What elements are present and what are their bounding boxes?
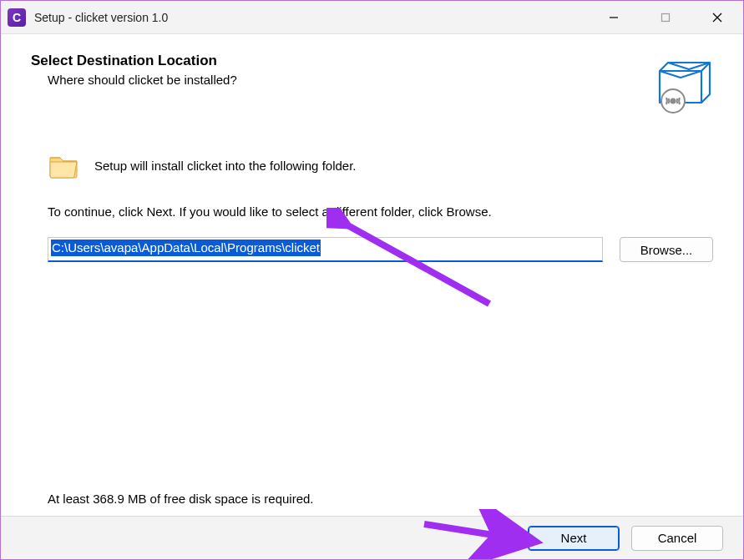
folder-icon [48, 149, 79, 181]
instruction-text: To continue, click Next. If you would li… [48, 204, 713, 219]
annotation-arrow-path [326, 208, 502, 316]
maximize-button[interactable] [640, 1, 691, 34]
close-icon [712, 13, 722, 23]
browse-button[interactable]: Browse... [620, 237, 713, 262]
maximize-icon [660, 13, 671, 23]
install-path-input[interactable] [48, 237, 603, 262]
cancel-button[interactable]: Cancel [631, 526, 723, 551]
page-subheading: Where should clicket be installed? [48, 73, 237, 87]
wizard-logo [648, 53, 713, 121]
app-icon: C [8, 8, 26, 27]
window-title: Setup - clicket version 1.0 [34, 11, 168, 24]
wizard-footer: Next Cancel [1, 516, 743, 559]
svg-point-7 [671, 99, 676, 103]
app-icon-letter: C [13, 11, 21, 24]
svg-rect-1 [662, 13, 670, 21]
titlebar: C Setup - clicket version 1.0 [1, 1, 743, 34]
minimize-icon [609, 13, 619, 23]
install-path-field-wrap: C:\Users\avapa\AppData\Local\Programs\cl… [48, 237, 603, 262]
page-heading: Select Destination Location [31, 53, 237, 69]
disk-space-text: At least 368.9 MB of free disk space is … [48, 492, 314, 506]
close-button[interactable] [691, 1, 743, 34]
wizard-page: Select Destination Location Where should… [1, 34, 743, 516]
svg-line-8 [343, 223, 489, 304]
minimize-button[interactable] [588, 1, 640, 34]
install-line-text: Setup will install clicket into the foll… [94, 159, 357, 173]
next-button[interactable]: Next [528, 526, 620, 551]
